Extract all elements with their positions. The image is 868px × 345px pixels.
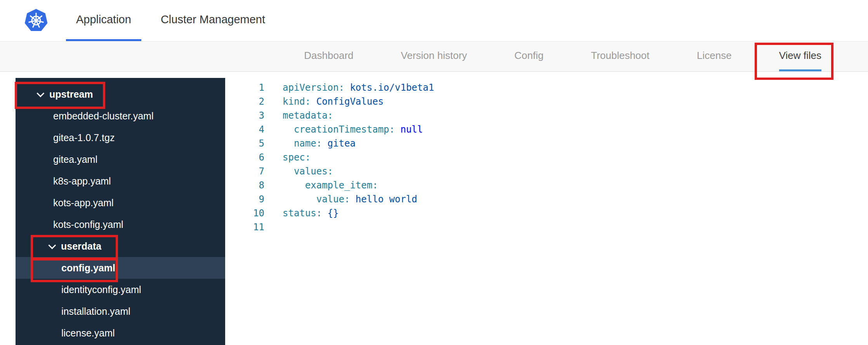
code-text xyxy=(264,220,283,234)
tree-file-kots-app-yaml[interactable]: kots-app.yaml xyxy=(16,192,225,214)
admin-console-page: ApplicationCluster Management DashboardV… xyxy=(0,0,868,345)
tree-item-label: license.yaml xyxy=(61,328,115,339)
tree-file-installation-yaml[interactable]: installation.yaml xyxy=(16,300,225,322)
tree-item-label: kots-config.yaml xyxy=(53,219,123,230)
line-number: 7 xyxy=(225,164,264,178)
subnav-item-troubleshoot[interactable]: Troubleshoot xyxy=(591,41,649,71)
tree-file-k8s-app-yaml[interactable]: k8s-app.yaml xyxy=(16,170,225,192)
code-line: 7 values: xyxy=(225,164,868,178)
line-number: 11 xyxy=(225,220,264,234)
tree-file-license-yaml[interactable]: license.yaml xyxy=(16,322,225,344)
code-text: spec: xyxy=(264,150,311,164)
tree-file-gitea-yaml[interactable]: gitea.yaml xyxy=(16,148,225,170)
chevron-down-icon xyxy=(36,90,44,97)
subnav: DashboardVersion historyConfigTroublesho… xyxy=(0,41,868,72)
subnav-item-config[interactable]: Config xyxy=(514,41,543,71)
code-text: example_item: xyxy=(264,178,378,192)
tree-item-label: identityconfig.yaml xyxy=(61,284,141,295)
code-line: 11 xyxy=(225,220,868,234)
subnav-item-dashboard[interactable]: Dashboard xyxy=(304,41,353,71)
subnav-item-license[interactable]: License xyxy=(697,41,732,71)
tree-item-label: embedded-cluster.yaml xyxy=(53,110,153,122)
app-header: ApplicationCluster Management xyxy=(0,0,868,41)
code-text: metadata: xyxy=(264,109,333,122)
tree-file-identityconfig-yaml[interactable]: identityconfig.yaml xyxy=(16,279,225,300)
tree-item-label: k8s-app.yaml xyxy=(53,176,111,187)
line-number: 10 xyxy=(225,206,264,220)
line-number: 1 xyxy=(225,81,264,95)
tree-item-label: userdata xyxy=(61,241,101,252)
code-text: creationTimestamp: null xyxy=(264,122,423,136)
code-line: 3metadata: xyxy=(225,109,868,122)
subnav-item-view-files[interactable]: View files xyxy=(779,41,821,71)
code-text: kind: ConfigValues xyxy=(264,95,384,109)
code-line: 6spec: xyxy=(225,150,868,164)
code-text: status: {} xyxy=(264,206,339,220)
tree-file-kots-config-yaml[interactable]: kots-config.yaml xyxy=(16,214,225,235)
tree-file-config-yaml[interactable]: config.yaml xyxy=(16,257,225,279)
tree-item-label: config.yaml xyxy=(61,262,115,274)
subnav-item-version-history[interactable]: Version history xyxy=(401,41,467,71)
chevron-down-icon xyxy=(48,242,56,249)
kubernetes-logo-icon xyxy=(24,9,48,33)
content-area: upstreamembedded-cluster.yamlgitea-1.0.7… xyxy=(0,72,868,345)
line-number: 2 xyxy=(225,95,264,109)
code-text: apiVersion: kots.io/v1beta1 xyxy=(264,81,434,95)
code-line: 5 name: gitea xyxy=(225,136,868,150)
code-text: name: gitea xyxy=(264,136,356,150)
tree-item-label: kots-app.yaml xyxy=(53,197,114,209)
tree-item-label: gitea.yaml xyxy=(53,154,97,165)
line-number: 3 xyxy=(225,109,264,122)
line-number: 9 xyxy=(225,192,264,206)
tree-item-label: gitea-1.0.7.tgz xyxy=(53,132,115,143)
code-text: values: xyxy=(264,164,333,178)
line-number: 6 xyxy=(225,150,264,164)
header-tabs: ApplicationCluster Management xyxy=(66,0,275,41)
line-number: 8 xyxy=(225,178,264,192)
tree-item-label: installation.yaml xyxy=(61,306,130,317)
header-tab-cluster-management[interactable]: Cluster Management xyxy=(151,0,275,41)
code-line: 9 value: hello world xyxy=(225,192,868,206)
logo-container xyxy=(24,0,48,41)
code-editor[interactable]: 1apiVersion: kots.io/v1beta12kind: Confi… xyxy=(225,72,868,345)
code-line: 4 creationTimestamp: null xyxy=(225,122,868,136)
code-line: 1apiVersion: kots.io/v1beta1 xyxy=(225,81,868,95)
code-line: 8 example_item: xyxy=(225,178,868,192)
file-tree: upstreamembedded-cluster.yamlgitea-1.0.7… xyxy=(16,83,225,344)
line-number: 4 xyxy=(225,122,264,136)
line-number: 5 xyxy=(225,136,264,150)
tree-folder-upstream[interactable]: upstream xyxy=(16,83,225,105)
tree-item-label: upstream xyxy=(49,89,93,100)
header-tab-application[interactable]: Application xyxy=(66,0,141,41)
code-line: 2kind: ConfigValues xyxy=(225,95,868,109)
code-lines: 1apiVersion: kots.io/v1beta12kind: Confi… xyxy=(225,81,868,234)
code-text: value: hello world xyxy=(264,192,417,206)
file-tree-sidebar: upstreamembedded-cluster.yamlgitea-1.0.7… xyxy=(16,78,225,345)
code-line: 10status: {} xyxy=(225,206,868,220)
tree-file-gitea-1-0-7-tgz[interactable]: gitea-1.0.7.tgz xyxy=(16,127,225,148)
tree-file-embedded-cluster-yaml[interactable]: embedded-cluster.yaml xyxy=(16,105,225,127)
tree-folder-userdata[interactable]: userdata xyxy=(16,235,225,257)
